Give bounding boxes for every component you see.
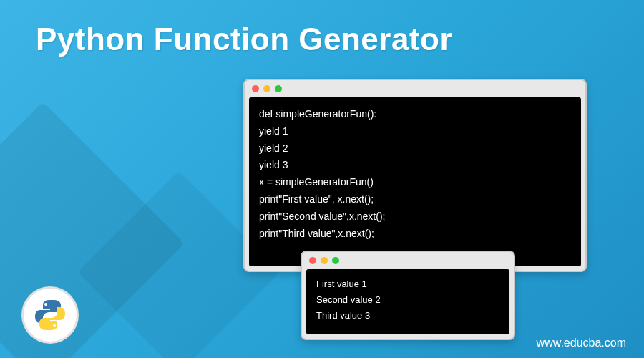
close-icon (252, 85, 259, 92)
footer-url: www.educba.com (537, 337, 626, 349)
minimize-icon (263, 85, 270, 92)
minimize-icon (321, 257, 328, 264)
code-terminal: def simpleGeneratorFun(): yield 1 yield … (249, 97, 581, 266)
maximize-icon (332, 257, 339, 264)
output-line: Second value 2 (316, 292, 499, 308)
code-line: print"Second value",x.next(); (259, 208, 571, 226)
close-icon (309, 257, 316, 264)
python-logo-icon (21, 286, 79, 344)
code-line: yield 3 (259, 157, 571, 174)
window-titlebar (245, 80, 585, 97)
code-window: def simpleGeneratorFun(): yield 1 yield … (243, 79, 587, 272)
svg-point-0 (44, 303, 47, 306)
maximize-icon (275, 85, 282, 92)
page-title: Python Function Generator (36, 21, 452, 57)
code-line: def simpleGeneratorFun(): (259, 106, 571, 123)
window-titlebar (302, 252, 514, 269)
code-line: print"First value", x.next(); (259, 191, 571, 208)
code-line: yield 1 (259, 123, 571, 140)
python-icon (32, 297, 68, 333)
svg-point-1 (53, 324, 56, 327)
output-window: First value 1 Second value 2 Third value… (301, 251, 515, 340)
output-line: First value 1 (316, 276, 499, 292)
code-line: yield 2 (259, 140, 571, 158)
code-line: print"Third value",x.next(); (259, 226, 571, 243)
code-line: x = simpleGeneratorFun() (259, 174, 571, 191)
output-terminal: First value 1 Second value 2 Third value… (306, 269, 509, 334)
output-line: Third value 3 (316, 308, 499, 324)
